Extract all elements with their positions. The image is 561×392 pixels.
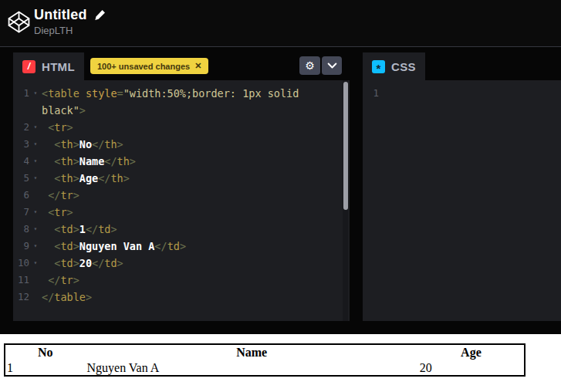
line-number: 1	[13, 85, 29, 102]
codepen-editor-page: Untitled DiepLTH / HTML 100+ unsaved cha…	[0, 0, 561, 392]
code-text: </tr>	[42, 187, 350, 204]
code-text: <td>Nguyen Van A</td>	[42, 238, 350, 255]
line-number: 2	[13, 119, 29, 136]
html-panel-menu-button[interactable]	[322, 56, 342, 75]
fold-arrow-icon[interactable]: ▾	[29, 221, 42, 238]
html-code-lines: 1▾<table style="width:50%;border: 1px so…	[13, 80, 350, 306]
code-line[interactable]: 11 </tr>	[13, 272, 350, 289]
line-number: 6	[13, 187, 29, 204]
pen-author: DiepLTH	[34, 25, 73, 36]
code-line[interactable]: 10▾ <td>20</td>	[13, 255, 350, 272]
code-line[interactable]: 9▾ <td>Nguyen Van A</td>	[13, 238, 350, 255]
preview-table-cell: Nguyen Van A	[85, 360, 417, 376]
html-tab-label: HTML	[42, 60, 75, 73]
fold-arrow-icon[interactable]: ▾	[29, 136, 42, 153]
unsaved-changes-badge: 100+ unsaved changes ✕	[90, 58, 208, 74]
preview-table-header-cell: No	[5, 344, 85, 360]
code-line[interactable]: 12</table>	[13, 289, 350, 306]
css-line-number: 1	[363, 85, 379, 102]
preview-table-header-cell: Age	[418, 344, 525, 360]
tab-html[interactable]: / HTML	[13, 52, 84, 80]
html-panel-icon: /	[22, 60, 35, 73]
html-settings-button[interactable]: ⚙	[299, 56, 320, 75]
line-number: 7	[13, 204, 29, 221]
line-number: 3	[13, 136, 29, 153]
code-line[interactable]: black">	[13, 102, 350, 119]
line-number: 10	[13, 255, 29, 272]
fold-spacer	[29, 272, 42, 289]
fold-arrow-icon[interactable]: ▾	[29, 170, 42, 187]
code-text: <th>Age</th>	[42, 170, 350, 187]
code-text: <tr>	[42, 204, 350, 221]
code-line[interactable]: 2▾ <tr>	[13, 119, 350, 136]
line-number: 8	[13, 221, 29, 238]
fold-spacer	[29, 102, 42, 119]
code-line[interactable]: 8▾ <td>1</td>	[13, 221, 350, 238]
code-text: <table style="width:50%;border: 1px soli…	[42, 85, 350, 102]
css-panel-icon: *	[372, 60, 385, 73]
preview-table-row: 1Nguyen Van A20	[5, 360, 525, 376]
badge-close-icon[interactable]: ✕	[194, 61, 201, 71]
gear-icon: ⚙	[305, 60, 315, 71]
codepen-logo-icon[interactable]	[7, 10, 31, 34]
preview-table-body: 1Nguyen Van A20	[5, 360, 525, 376]
html-code-editor[interactable]: 1▾<table style="width:50%;border: 1px so…	[13, 80, 350, 321]
preview-pane: NoNameAge 1Nguyen Van A20	[0, 334, 561, 392]
code-line[interactable]: 7▾ <tr>	[13, 204, 350, 221]
line-number: 4	[13, 153, 29, 170]
line-number: 11	[13, 272, 29, 289]
fold-arrow-icon[interactable]: ▾	[29, 255, 42, 272]
tab-css[interactable]: * CSS	[363, 52, 425, 80]
fold-arrow-icon[interactable]: ▾	[29, 204, 42, 221]
app-header: Untitled DiepLTH	[0, 0, 561, 46]
code-text: <th>No</th>	[42, 136, 350, 153]
code-line[interactable]: 1▾<table style="width:50%;border: 1px so…	[13, 85, 350, 102]
css-code-line: 1	[363, 85, 561, 102]
code-text: <th>Name</th>	[42, 153, 350, 170]
edit-title-pencil-icon[interactable]	[94, 9, 106, 21]
line-number: 12	[13, 289, 29, 306]
preview-table-cell: 1	[5, 360, 85, 376]
fold-spacer	[29, 187, 42, 204]
preview-table-cell: 20	[418, 360, 525, 376]
code-line[interactable]: 4▾ <th>Name</th>	[13, 153, 350, 170]
code-text: <tr>	[42, 119, 350, 136]
preview-table-header-row: NoNameAge	[5, 344, 525, 360]
code-line[interactable]: 5▾ <th>Age</th>	[13, 170, 350, 187]
line-number	[13, 102, 29, 119]
line-number: 9	[13, 238, 29, 255]
code-line[interactable]: 3▾ <th>No</th>	[13, 136, 350, 153]
line-number: 5	[13, 170, 29, 187]
css-code-editor[interactable]: 1	[363, 80, 561, 321]
code-text: <td>1</td>	[42, 221, 350, 238]
unsaved-changes-text: 100+ unsaved changes	[97, 62, 190, 71]
chevron-down-icon	[327, 60, 337, 72]
editors-region: / HTML 100+ unsaved changes ✕ ⚙ 1▾<table…	[0, 46, 561, 334]
code-text: <td>20</td>	[42, 255, 350, 272]
css-tab-label: CSS	[391, 60, 416, 73]
code-line[interactable]: 6 </tr>	[13, 187, 350, 204]
preview-table-header-cell: Name	[85, 344, 417, 360]
fold-arrow-icon[interactable]: ▾	[29, 119, 42, 136]
fold-arrow-icon[interactable]: ▾	[29, 153, 42, 170]
html-editor-scrollbar-thumb[interactable]	[343, 82, 348, 210]
code-text: </tr>	[42, 272, 350, 289]
code-text: black">	[42, 102, 350, 119]
code-text: </table>	[42, 289, 350, 306]
fold-arrow-icon[interactable]: ▾	[29, 238, 42, 255]
pen-title: Untitled	[34, 7, 87, 23]
preview-table: NoNameAge 1Nguyen Van A20	[4, 343, 526, 377]
fold-arrow-icon[interactable]: ▾	[29, 85, 42, 102]
fold-spacer	[29, 289, 42, 306]
